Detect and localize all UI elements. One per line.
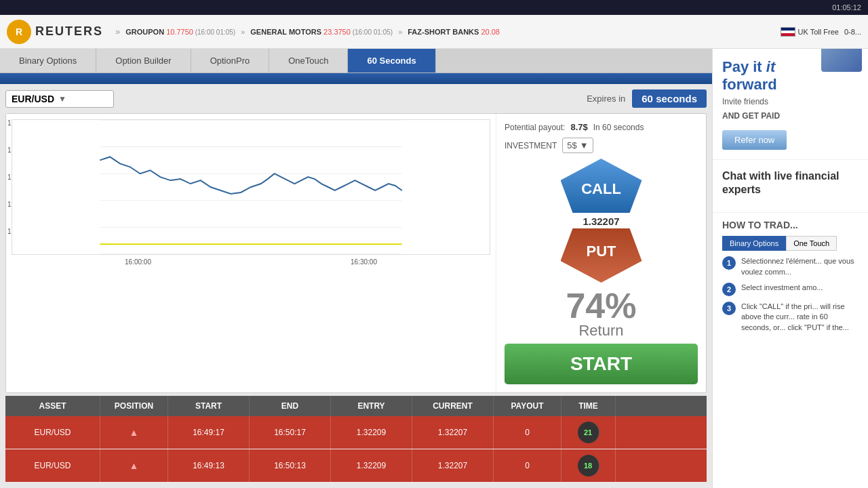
price-chart [12,119,490,255]
row2-entry: 1.32209 [331,449,412,482]
step-num-3: 3 [722,302,736,315]
promo-box: Pay it it forward Invite friends AND GET… [713,49,868,160]
tab-binary-options[interactable]: Binary Options [0,49,96,73]
table-header: ASSET POSITION START END ENTRY CURRENT P… [5,396,707,416]
table-row: EUR/USD ▲ 16:49:17 16:50:17 1.32209 1.32… [5,416,707,449]
expires-value: 60 seconds [632,89,707,108]
col-asset: ASSET [5,396,100,416]
up-arrow-icon: ▲ [130,427,139,438]
phone-number: 0-8... [844,28,861,36]
row1-position: ▲ [100,416,168,449]
uk-flag-icon [781,27,795,37]
return-display: 74% Return [566,288,636,338]
payout-label: Potential payout: [505,123,565,132]
chat-box: Chat with live financial experts [713,160,868,214]
main-layout: Binary Options Option Builder OptionPro … [0,49,868,488]
col-end: END [250,396,331,416]
positions-table: ASSET POSITION START END ENTRY CURRENT P… [5,396,707,483]
row1-entry: 1.32209 [331,416,412,449]
col-position: POSITION [100,396,168,416]
call-put-group: CALL 1.32207 PUT [561,159,642,283]
table-row: EUR/USD ▲ 16:49:13 16:50:13 1.32209 1.32… [5,449,707,483]
step-num-2: 2 [722,283,736,296]
call-label: CALL [581,180,621,198]
promo-headline: Pay it it forward [722,58,780,94]
htt-step-2: 2 Select investment amo... [722,283,859,296]
x-label-1: 16:00:00 [125,258,151,266]
col-entry: ENTRY [331,396,412,416]
currency-value: EUR/USD [12,94,54,104]
htt-tab-binary[interactable]: Binary Options [722,236,786,251]
blue-banner [0,73,712,84]
row2-time: 18 [561,449,616,482]
up-arrow-icon: ▲ [130,460,139,471]
row2-position: ▲ [100,449,168,482]
right-sidebar: Pay it it forward Invite friends AND GET… [712,49,868,488]
tabs: Binary Options Option Builder OptionPro … [0,49,712,73]
trading-controls: EUR/USD ▼ Expires in 60 seconds [5,89,707,108]
investment-value: 5$ [567,140,576,150]
investment-row: INVESTMENT 5$ ▼ [505,138,698,153]
timer-badge-1: 21 [578,422,599,443]
put-label: PUT [587,243,616,260]
row2-payout: 0 [494,449,561,482]
promo-forward: forward [722,76,780,94]
start-button[interactable]: START [505,344,698,384]
uk-toll-free: UK Toll Free [798,28,839,36]
step-text-1: Sélectionnez l'élément... que vous voule… [741,256,859,277]
col-start: START [168,396,250,416]
row1-asset: EUR/USD [5,416,100,449]
payout-value: 8.7$ [570,122,587,132]
x-label-2: 16:30:00 [351,258,377,266]
htt-step-3: 3 Click "CALL" if the pri... will rise a… [722,302,859,333]
row2-asset: EUR/USD [5,449,100,482]
row1-payout: 0 [494,416,561,449]
investment-select[interactable]: 5$ ▼ [562,138,593,153]
htt-tabs: Binary Options One Touch [722,236,859,251]
htt-step-1: 1 Sélectionnez l'élément... que vous vou… [722,256,859,277]
chart-canvas [12,119,490,257]
trade-controls: Potential payout: 8.7$ In 60 seconds INV… [496,114,706,392]
put-button[interactable]: PUT [561,228,642,283]
reuters-icon: R [7,20,31,44]
trading-area: EUR/USD ▼ Expires in 60 seconds 1.32300 … [0,84,712,488]
row1-end: 16:50:17 [250,416,331,449]
tab-option-builder[interactable]: Option Builder [96,49,191,73]
tab-60seconds[interactable]: 60 Seconds [348,49,435,73]
return-pct: 74% [566,288,636,323]
step-num-1: 1 [722,256,736,270]
expires-label: Expires in [587,94,625,104]
refer-now-button[interactable]: Refer now [722,130,787,150]
promo-line1: Invite friends [722,96,780,108]
promo-line2: AND GET PAID [722,110,780,122]
reuters-text: REUTERS [35,24,103,39]
step-text-3: Click "CALL" if the pri... will rise abo… [741,302,859,333]
row1-start: 16:49:17 [168,416,250,449]
return-label: Return [566,323,636,338]
chat-title: Chat with live financial experts [722,169,859,198]
ticker-faz: FAZ-SHORT BANKS 20.08 [408,28,500,36]
row2-start: 16:49:13 [168,449,250,482]
dropdown-arrow-icon: ▼ [58,94,66,104]
row1-time: 21 [561,416,616,449]
tab-onetouch[interactable]: OneTouch [269,49,348,73]
tab-optionpro[interactable]: OptionPro [191,49,270,73]
promo-it: it [766,58,775,75]
currency-select[interactable]: EUR/USD ▼ [5,90,114,108]
col-time: TIME [561,396,616,416]
chart-area: 1.32300 1.32275 1.32250 1.32225 1.32200 [6,114,496,392]
htt-tab-onetouch[interactable]: One Touch [786,236,837,251]
current-price: 1.32207 [583,216,619,227]
header-right: UK Toll Free 0-8... [781,27,861,37]
clock: 01:05:12 [832,3,861,12]
call-button[interactable]: CALL [561,159,642,213]
chart-and-trade: 1.32300 1.32275 1.32250 1.32225 1.32200 [5,113,707,393]
person-image [821,49,862,72]
col-payout: PAYOUT [494,396,561,416]
investment-arrow-icon: ▼ [580,140,589,150]
ticker-area: GROUPON 10.7750 (16:00 01:05) » GENERAL … [125,28,780,36]
row1-current: 1.32207 [412,416,494,449]
timer-badge-2: 18 [578,455,599,476]
payout-time: In 60 seconds [593,123,644,132]
row2-end: 16:50:13 [250,449,331,482]
